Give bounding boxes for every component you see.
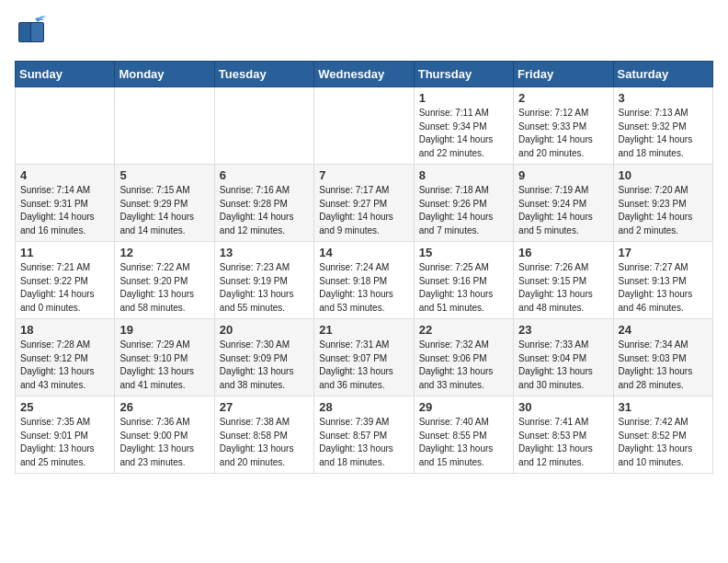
day-number: 29 [419,400,508,414]
calendar-cell: 24Sunrise: 7:34 AM Sunset: 9:03 PM Dayli… [613,319,712,396]
day-number: 25 [20,400,109,414]
day-number: 30 [518,400,608,414]
day-number: 19 [119,323,209,337]
calendar-cell: 13Sunrise: 7:23 AM Sunset: 9:19 PM Dayli… [214,242,313,319]
day-number: 21 [319,323,408,337]
calendar-cell: 12Sunrise: 7:22 AM Sunset: 9:20 PM Dayli… [115,242,214,319]
day-number: 11 [20,246,109,259]
calendar-week-row: 18Sunrise: 7:28 AM Sunset: 9:12 PM Dayli… [16,319,713,396]
day-number: 9 [518,168,608,182]
cell-content: Sunrise: 7:14 AM Sunset: 9:31 PM Dayligh… [20,184,109,237]
cell-content: Sunrise: 7:42 AM Sunset: 8:52 PM Dayligh… [619,416,708,469]
calendar-cell: 10Sunrise: 7:20 AM Sunset: 9:23 PM Dayli… [613,165,712,242]
calendar-cell: 6Sunrise: 7:16 AM Sunset: 9:28 PM Daylig… [214,165,313,242]
svg-rect-2 [19,23,30,41]
calendar-cell: 9Sunrise: 7:19 AM Sunset: 9:24 PM Daylig… [514,165,613,242]
cell-content: Sunrise: 7:11 AM Sunset: 9:34 PM Dayligh… [419,107,508,160]
day-number: 3 [619,91,708,105]
cell-content: Sunrise: 7:12 AM Sunset: 9:33 PM Dayligh… [518,107,608,160]
calendar-cell: 17Sunrise: 7:27 AM Sunset: 9:13 PM Dayli… [613,242,712,319]
calendar-week-row: 1Sunrise: 7:11 AM Sunset: 9:34 PM Daylig… [16,87,713,165]
calendar-cell: 22Sunrise: 7:32 AM Sunset: 9:06 PM Dayli… [414,319,513,396]
cell-content: Sunrise: 7:38 AM Sunset: 8:58 PM Dayligh… [220,416,309,469]
svg-rect-3 [31,23,43,41]
day-header-tuesday: Tuesday [214,62,313,87]
calendar-cell: 2Sunrise: 7:12 AM Sunset: 9:33 PM Daylig… [514,87,613,165]
cell-content: Sunrise: 7:24 AM Sunset: 9:18 PM Dayligh… [319,261,408,315]
logo-icon [15,15,48,52]
calendar-cell: 26Sunrise: 7:36 AM Sunset: 9:00 PM Dayli… [115,396,214,474]
calendar-week-row: 11Sunrise: 7:21 AM Sunset: 9:22 PM Dayli… [16,242,713,319]
calendar-cell [115,87,214,165]
day-number: 15 [419,246,508,259]
calendar-cell: 30Sunrise: 7:41 AM Sunset: 8:53 PM Dayli… [514,396,613,474]
calendar-cell: 28Sunrise: 7:39 AM Sunset: 8:57 PM Dayli… [314,396,414,474]
day-number: 2 [518,91,608,105]
calendar-cell: 19Sunrise: 7:29 AM Sunset: 9:10 PM Dayli… [115,319,214,396]
cell-content: Sunrise: 7:35 AM Sunset: 9:01 PM Dayligh… [20,416,109,469]
calendar-cell: 16Sunrise: 7:26 AM Sunset: 9:15 PM Dayli… [514,242,613,319]
day-number: 27 [220,400,309,414]
cell-content: Sunrise: 7:29 AM Sunset: 9:10 PM Dayligh… [119,339,209,392]
calendar-cell: 31Sunrise: 7:42 AM Sunset: 8:52 PM Dayli… [613,396,712,474]
day-number: 8 [419,168,508,182]
cell-content: Sunrise: 7:31 AM Sunset: 9:07 PM Dayligh… [319,339,408,392]
calendar-cell [214,87,313,165]
calendar-cell: 14Sunrise: 7:24 AM Sunset: 9:18 PM Dayli… [314,242,414,319]
day-header-wednesday: Wednesday [314,62,414,87]
cell-content: Sunrise: 7:39 AM Sunset: 8:57 PM Dayligh… [319,416,408,469]
cell-content: Sunrise: 7:22 AM Sunset: 9:20 PM Dayligh… [119,261,209,315]
day-number: 7 [319,168,408,182]
calendar-cell: 29Sunrise: 7:40 AM Sunset: 8:55 PM Dayli… [414,396,513,474]
cell-content: Sunrise: 7:30 AM Sunset: 9:09 PM Dayligh… [220,339,309,392]
calendar-cell [314,87,414,165]
day-number: 16 [518,246,608,259]
cell-content: Sunrise: 7:19 AM Sunset: 9:24 PM Dayligh… [518,184,608,237]
day-number: 5 [119,168,209,182]
day-header-saturday: Saturday [613,62,712,87]
day-number: 24 [619,323,708,337]
cell-content: Sunrise: 7:17 AM Sunset: 9:27 PM Dayligh… [319,184,408,237]
calendar-cell: 4Sunrise: 7:14 AM Sunset: 9:31 PM Daylig… [16,165,115,242]
day-header-monday: Monday [115,62,214,87]
calendar-cell: 5Sunrise: 7:15 AM Sunset: 9:29 PM Daylig… [115,165,214,242]
day-number: 4 [20,168,109,182]
cell-content: Sunrise: 7:34 AM Sunset: 9:03 PM Dayligh… [619,339,708,392]
calendar-cell: 20Sunrise: 7:30 AM Sunset: 9:09 PM Dayli… [214,319,313,396]
calendar-cell: 3Sunrise: 7:13 AM Sunset: 9:32 PM Daylig… [613,87,712,165]
day-number: 14 [319,246,408,259]
day-number: 23 [518,323,608,337]
page-header [15,15,713,52]
day-number: 10 [619,168,708,182]
calendar-cell: 25Sunrise: 7:35 AM Sunset: 9:01 PM Dayli… [16,396,115,474]
calendar-cell: 23Sunrise: 7:33 AM Sunset: 9:04 PM Dayli… [514,319,613,396]
cell-content: Sunrise: 7:25 AM Sunset: 9:16 PM Dayligh… [419,261,508,315]
calendar-cell: 7Sunrise: 7:17 AM Sunset: 9:27 PM Daylig… [314,165,414,242]
day-number: 20 [220,323,309,337]
cell-content: Sunrise: 7:28 AM Sunset: 9:12 PM Dayligh… [20,339,109,392]
day-header-friday: Friday [514,62,613,87]
day-number: 26 [119,400,209,414]
cell-content: Sunrise: 7:41 AM Sunset: 8:53 PM Dayligh… [518,416,608,469]
day-number: 28 [319,400,408,414]
calendar-cell: 21Sunrise: 7:31 AM Sunset: 9:07 PM Dayli… [314,319,414,396]
cell-content: Sunrise: 7:40 AM Sunset: 8:55 PM Dayligh… [419,416,508,469]
cell-content: Sunrise: 7:21 AM Sunset: 9:22 PM Dayligh… [20,261,109,315]
cell-content: Sunrise: 7:20 AM Sunset: 9:23 PM Dayligh… [619,184,708,237]
cell-content: Sunrise: 7:15 AM Sunset: 9:29 PM Dayligh… [119,184,209,237]
day-header-sunday: Sunday [16,62,115,87]
day-header-thursday: Thursday [414,62,513,87]
calendar-header-row: SundayMondayTuesdayWednesdayThursdayFrid… [16,62,713,87]
calendar-cell: 11Sunrise: 7:21 AM Sunset: 9:22 PM Dayli… [16,242,115,319]
cell-content: Sunrise: 7:32 AM Sunset: 9:06 PM Dayligh… [419,339,508,392]
calendar-week-row: 25Sunrise: 7:35 AM Sunset: 9:01 PM Dayli… [16,396,713,474]
cell-content: Sunrise: 7:18 AM Sunset: 9:26 PM Dayligh… [419,184,508,237]
day-number: 17 [619,246,708,259]
cell-content: Sunrise: 7:27 AM Sunset: 9:13 PM Dayligh… [619,261,708,315]
cell-content: Sunrise: 7:26 AM Sunset: 9:15 PM Dayligh… [518,261,608,315]
cell-content: Sunrise: 7:23 AM Sunset: 9:19 PM Dayligh… [220,261,309,315]
day-number: 31 [619,400,708,414]
calendar-cell: 15Sunrise: 7:25 AM Sunset: 9:16 PM Dayli… [414,242,513,319]
calendar-table: SundayMondayTuesdayWednesdayThursdayFrid… [15,61,713,474]
day-number: 1 [419,91,508,105]
